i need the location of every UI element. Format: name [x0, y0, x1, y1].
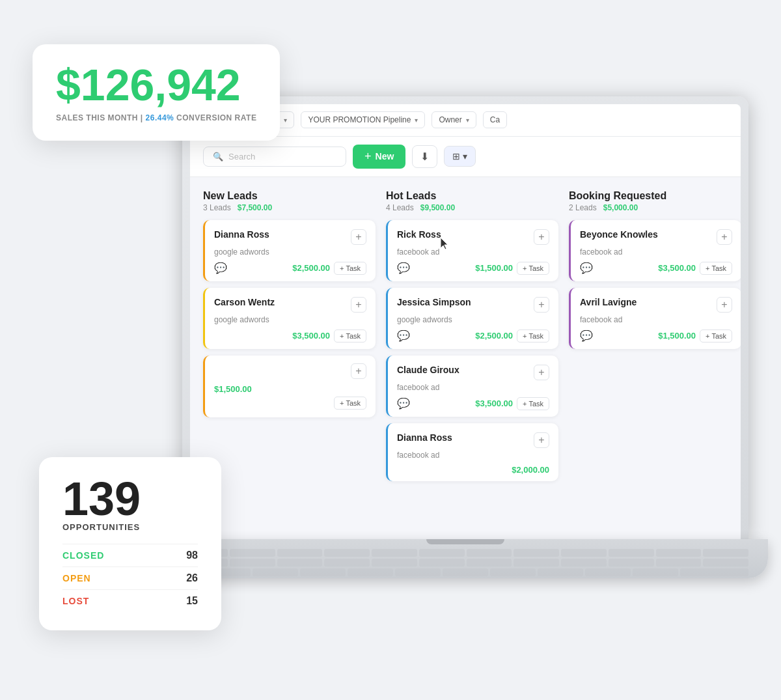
chat-icon[interactable]: 💬	[397, 329, 410, 342]
opps-row-lost: LOST 15	[62, 589, 198, 612]
card-add-button[interactable]: +	[717, 229, 732, 245]
action-bar: 🔍 Search + New ⬇ ⊞ ▾	[190, 137, 741, 177]
col-header-new-leads: New Leads 3 Leads $7,500.00	[203, 190, 376, 212]
open-label: OPEN	[62, 573, 91, 583]
task-button[interactable]: + Task	[517, 329, 549, 343]
laptop: Date Added (DESC) ▾ YOUR PROMOTION Pipel…	[182, 96, 768, 630]
total-amount: $9,500.00	[420, 203, 455, 212]
laptop-notch	[426, 539, 504, 544]
lost-label: LOST	[62, 596, 89, 606]
add-card-placeholder[interactable]: + $1,500.00 + Task	[203, 356, 376, 417]
card-name: Carson Wentz	[214, 297, 275, 307]
closed-label: CLOSED	[62, 550, 104, 561]
open-count: 26	[186, 572, 198, 584]
opportunities-card: 139 OPPORTUNITIES CLOSED 98 OPEN 26 LOST…	[39, 457, 221, 630]
card-amount: $2,500.00	[475, 331, 513, 341]
lead-card[interactable]: Carson Wentz + google adwords $3,500.00 …	[203, 288, 376, 349]
plus-icon: +	[364, 150, 372, 163]
card-name: Claude Giroux	[397, 365, 459, 375]
lead-card[interactable]: Claude Giroux + facebook ad 💬 $3,500.00 …	[386, 356, 558, 417]
sales-subtitle: SALES THIS MONTH | 26.44% CONVERSION RAT…	[56, 113, 256, 122]
lead-card[interactable]: Dianna Ross + google adwords 💬 $2,500.00…	[203, 220, 376, 281]
card-source: google adwords	[214, 247, 366, 257]
lead-card[interactable]: Dianna Ross + facebook ad $2,000.00	[386, 423, 558, 481]
total-amount: $5,000.00	[603, 203, 638, 212]
chat-icon[interactable]: 💬	[580, 329, 593, 342]
new-button[interactable]: + New	[353, 145, 405, 169]
card-source: facebook ad	[397, 247, 549, 257]
card-name: Dianna Ross	[397, 432, 452, 443]
view-toggle-button[interactable]: ⊞ ▾	[444, 146, 476, 167]
card-add-button[interactable]: +	[534, 229, 549, 245]
chat-icon[interactable]: 💬	[214, 262, 227, 274]
lead-card[interactable]: Jessica Simpson + google adwords 💬 $2,50…	[386, 288, 558, 349]
conversion-rate: 26.44%	[146, 113, 174, 122]
opps-row-closed: CLOSED 98	[62, 544, 198, 567]
col-title: Hot Leads	[386, 190, 558, 202]
kanban-column-hot-leads: Hot Leads 4 Leads $9,500.00 Rick Ross +	[386, 190, 558, 531]
opportunities-label: OPPORTUNITIES	[62, 522, 198, 532]
card-amount: $3,500.00	[475, 399, 513, 408]
kanban-board: New Leads 3 Leads $7,500.00 Dianna Ross …	[190, 177, 741, 539]
owner-filter[interactable]: Owner ▾	[432, 111, 476, 128]
task-button[interactable]: + Task	[700, 262, 732, 275]
sales-summary-card: $126,942 SALES THIS MONTH | 26.44% CONVE…	[33, 44, 280, 141]
col-header-hot-leads: Hot Leads 4 Leads $9,500.00	[386, 190, 558, 212]
card-name: Dianna Ross	[214, 229, 269, 240]
chevron-down-icon: ▾	[466, 117, 469, 124]
lead-count: 4 Leads	[386, 203, 414, 212]
card-add-button[interactable]: +	[351, 229, 366, 245]
card-name: Avril Lavigne	[580, 297, 637, 307]
lead-card[interactable]: Beyonce Knowles + facebook ad 💬 $3,500.0…	[569, 220, 741, 281]
chat-icon[interactable]: 💬	[397, 397, 410, 410]
chevron-down-icon: ▾	[284, 117, 287, 124]
lead-card[interactable]: Avril Lavigne + facebook ad 💬 $1,500.00 …	[569, 288, 741, 349]
card-name: Rick Ross	[397, 229, 441, 240]
task-button[interactable]: + Task	[334, 329, 366, 343]
ca-filter[interactable]: Ca	[483, 111, 507, 128]
search-icon: 🔍	[213, 152, 223, 161]
card-source: facebook ad	[397, 451, 549, 460]
lead-count: 3 Leads	[203, 203, 231, 212]
closed-count: 98	[186, 550, 198, 561]
card-amount: $2,500.00	[292, 263, 330, 273]
col-meta: 2 Leads $5,000.00	[569, 203, 741, 212]
chat-icon[interactable]: 💬	[397, 262, 410, 274]
card-source: facebook ad	[397, 383, 549, 392]
card-source: facebook ad	[580, 247, 732, 257]
search-box[interactable]: 🔍 Search	[203, 147, 346, 167]
sales-amount: $126,942	[56, 63, 256, 107]
pipeline-filter[interactable]: YOUR PROMOTION Pipeline ▾	[301, 111, 425, 128]
task-button[interactable]: + Task	[334, 397, 366, 410]
card-add-button[interactable]: +	[351, 363, 366, 379]
card-amount: $1,500.00	[658, 331, 696, 341]
col-title: New Leads	[203, 190, 376, 202]
task-button[interactable]: + Task	[700, 329, 732, 343]
task-button[interactable]: + Task	[334, 262, 366, 275]
search-placeholder: Search	[228, 152, 255, 161]
card-amount: $1,500.00	[475, 263, 513, 273]
grid-icon: ⊞	[452, 151, 460, 161]
chat-icon[interactable]: 💬	[580, 262, 593, 274]
opps-row-open: OPEN 26	[62, 567, 198, 589]
laptop-screen: Date Added (DESC) ▾ YOUR PROMOTION Pipel…	[190, 104, 741, 539]
total-amount: $7,500.00	[238, 203, 272, 212]
card-add-button[interactable]: +	[351, 297, 366, 313]
col-title: Booking Requested	[569, 190, 741, 202]
card-add-button[interactable]: +	[534, 432, 549, 448]
card-add-button[interactable]: +	[534, 297, 549, 313]
download-button[interactable]: ⬇	[412, 145, 437, 168]
card-add-button[interactable]: +	[717, 297, 732, 313]
card-amount: $2,000.00	[512, 465, 549, 475]
col-meta: 3 Leads $7,500.00	[203, 203, 376, 212]
task-button[interactable]: + Task	[517, 262, 549, 275]
card-name: Beyonce Knowles	[580, 229, 658, 240]
download-icon: ⬇	[420, 151, 429, 162]
task-button[interactable]: + Task	[517, 397, 549, 410]
lost-count: 15	[186, 595, 198, 607]
card-add-button[interactable]: +	[534, 365, 549, 380]
crm-application: Date Added (DESC) ▾ YOUR PROMOTION Pipel…	[190, 104, 741, 539]
laptop-base	[163, 539, 768, 578]
lead-card[interactable]: Rick Ross + facebook ad 💬 $1,500.00 + Ta…	[386, 220, 558, 281]
card-amount: $3,500.00	[658, 263, 696, 273]
